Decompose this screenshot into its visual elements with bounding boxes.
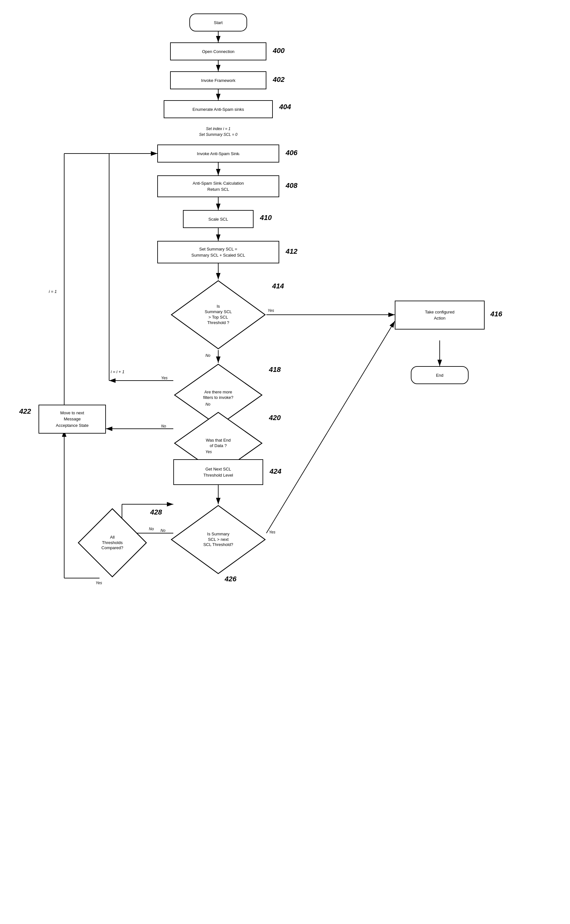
get-next-scl-label: Get Next SCL Threshold Level <box>204 466 233 479</box>
is-summary-top-label: Is Summary SCL > Top SCL Threshold ? <box>205 304 232 326</box>
take-action-node: Take configured Action <box>395 301 485 330</box>
ref-426: 426 <box>225 575 236 583</box>
ref-416: 416 <box>490 310 502 318</box>
ref-424: 424 <box>270 467 282 476</box>
ref-400: 400 <box>273 46 285 55</box>
yes-428-label: Yes <box>96 581 102 585</box>
i-increment-label: i = i + 1 <box>111 369 124 374</box>
open-connection-node: Open Connection <box>170 42 267 60</box>
ref-404: 404 <box>279 103 291 111</box>
flowchart: Start Open Connection 400 Invoke Framewo… <box>0 0 570 924</box>
is-summary-top-node: Is Summary SCL > Top SCL Threshold ? <box>170 279 267 350</box>
is-summary-next-label: Is Summary SCL > next SCL Threshold? <box>203 531 233 548</box>
set-summary-node: Set Summary SCL = Summary SCL + Scaled S… <box>157 241 279 263</box>
get-next-scl-node: Get Next SCL Threshold Level <box>173 459 263 485</box>
arrows-layer <box>0 0 570 924</box>
end-label: End <box>436 373 443 378</box>
open-connection-label: Open Connection <box>202 49 234 54</box>
yes-414-label: Yes <box>268 309 274 313</box>
yes-420-label: Yes <box>205 450 212 454</box>
enumerate-sinks-node: Enumerate Anti-Spam sinks <box>164 100 273 118</box>
was-end-data-label: Was that End of Data ? <box>206 438 231 449</box>
ref-422: 422 <box>19 407 31 416</box>
all-thresholds-label: All Thresholds Compared? <box>101 535 123 551</box>
no-420-label: No <box>161 424 166 428</box>
i-one-label: i = 1 <box>49 289 57 294</box>
is-summary-next-node: Is Summary SCL > next SCL Threshold? <box>170 504 267 575</box>
yes-426-label: Yes <box>269 530 275 534</box>
enumerate-sinks-label: Enumerate Anti-Spam sinks <box>193 107 244 112</box>
ref-414: 414 <box>272 282 284 290</box>
take-action-label: Take configured Action <box>425 309 455 321</box>
invoke-framework-label: Invoke Framework <box>201 78 236 83</box>
ref-402: 402 <box>273 75 285 84</box>
ref-412: 412 <box>286 247 297 256</box>
yes-418-label: Yes <box>161 376 167 380</box>
ref-406: 406 <box>286 149 297 157</box>
sink-calc-label: Anti-Spam Sinkᵢ Calculation Return SCL <box>193 180 244 193</box>
no-414-label: No <box>205 353 210 358</box>
end-node: End <box>411 366 469 384</box>
start-node: Start <box>189 14 247 31</box>
move-next-state-node: Move to next Message Acceptance State <box>38 405 106 434</box>
invoke-sink-node: Invoke Anti-Spam Sinkᵢ <box>157 144 279 163</box>
set-summary-label: Set Summary SCL = Summary SCL + Scaled S… <box>191 246 245 259</box>
sink-calc-node: Anti-Spam Sinkᵢ Calculation Return SCL <box>157 175 279 197</box>
no-418-label: No <box>205 402 210 407</box>
set-index-node: Set index i = 1 Set Summary SCL = 0 <box>173 119 263 144</box>
no-426-label: No <box>161 528 165 533</box>
ref-408: 408 <box>286 181 297 190</box>
ref-410: 410 <box>260 213 272 222</box>
more-filters-label: Are there more filters to invoke? <box>203 390 233 401</box>
scale-scl-label: Scale SCL <box>208 217 228 222</box>
invoke-sink-label: Invoke Anti-Spam Sinkᵢ <box>197 151 240 156</box>
scale-scl-node: Scale SCL <box>183 210 254 228</box>
svg-line-20 <box>267 321 395 533</box>
all-thresholds-node: All Thresholds Compared? <box>77 507 148 578</box>
ref-418: 418 <box>269 365 281 374</box>
start-label: Start <box>214 20 222 25</box>
invoke-framework-node: Invoke Framework <box>170 71 267 89</box>
set-index-label: Set index i = 1 Set Summary SCL = 0 <box>199 126 238 137</box>
ref-420: 420 <box>269 414 281 422</box>
ref-428: 428 <box>150 508 162 516</box>
no-428-label: No <box>149 527 154 531</box>
move-next-state-label: Move to next Message Acceptance State <box>56 410 89 429</box>
